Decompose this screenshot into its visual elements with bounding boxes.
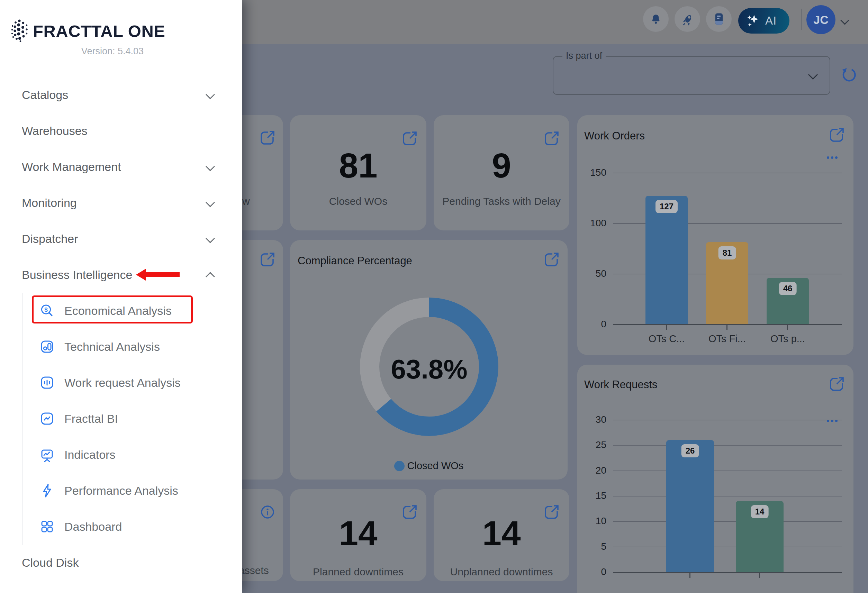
sidebar-item-dashboard[interactable]: Dashboard	[0, 518, 242, 535]
performance-analysis-icon	[40, 483, 55, 498]
notifications-button[interactable]	[643, 6, 669, 32]
x-tick	[759, 573, 760, 578]
chevron-down-icon	[205, 162, 215, 171]
bar-value-label: 81	[719, 246, 736, 260]
unplanned-downtimes-label: Unplanned downtimes	[434, 566, 569, 578]
gridline	[613, 496, 842, 497]
compliance-percentage-value: 63.8%	[325, 354, 533, 385]
bar-value-label: 127	[655, 200, 678, 213]
sidebar-item-fracttal-bi[interactable]: Fracttal BI	[0, 410, 242, 427]
y-tick-label: 0	[586, 318, 606, 330]
dashboard-icon	[40, 519, 55, 534]
pending-tasks-value: 9	[434, 146, 569, 186]
y-tick-label: 25	[586, 439, 606, 451]
sidebar-item-catalogs[interactable]: Catalogs	[0, 87, 242, 103]
open-in-new-icon[interactable]	[402, 130, 418, 147]
sidebar-item-performance-analysis[interactable]: Performance Analysis	[0, 482, 242, 499]
sidebar-item-technical-analysis[interactable]: Technical Analysis	[0, 338, 242, 355]
y-tick-label: 10	[586, 515, 606, 527]
y-tick-label: 15	[586, 490, 606, 502]
planned-downtimes-label: Planned downtimes	[290, 566, 427, 578]
sparkles-icon	[745, 13, 761, 29]
partial-label-fragment: w	[242, 195, 250, 207]
y-tick-label: 150	[586, 167, 606, 178]
sidebar-item-label: Technical Analysis	[64, 338, 160, 355]
more-options-icon[interactable]	[825, 417, 837, 423]
sidebar-item-cloud-disk[interactable]: Cloud Disk	[0, 554, 242, 571]
open-in-new-icon[interactable]	[259, 251, 276, 268]
y-tick-label: 20	[586, 465, 606, 476]
open-in-new-icon[interactable]	[543, 130, 560, 147]
sidebar-item-label: Dashboard	[64, 518, 122, 535]
closed-wos-label: Closed WOs	[290, 195, 427, 207]
open-in-new-icon[interactable]	[828, 127, 845, 143]
sidebar-item-label: Dispatcher	[22, 230, 78, 247]
gridline	[613, 547, 842, 547]
work-request-analysis-icon	[40, 375, 55, 390]
open-in-new-icon[interactable]	[543, 251, 560, 268]
legend-label: Closed WOs	[407, 460, 464, 472]
work-orders-title: Work Orders	[584, 130, 645, 142]
chevron-up-icon	[205, 272, 215, 281]
sidebar-item-label: Catalogs	[22, 87, 68, 103]
chevron-down-icon	[205, 234, 215, 243]
navigation-drawer: FRACTTAL ONE Version: 5.4.03 Catalogs Wa…	[0, 0, 242, 593]
more-options-icon[interactable]	[825, 154, 837, 160]
x-tick	[666, 325, 667, 330]
partial-label-fragment: assets	[239, 565, 269, 577]
account-menu-chevron-icon[interactable]	[840, 16, 849, 25]
legend-dot-icon	[394, 461, 404, 471]
bar-value-label: 14	[751, 505, 769, 518]
work-orders-card: Work Orders 150 100 50 0 127 81 46 OTs C…	[577, 115, 853, 355]
bar-ots-pending: 46	[766, 278, 809, 324]
unplanned-downtimes-value: 14	[434, 513, 569, 553]
y-tick-label: 5	[586, 541, 606, 553]
closed-wos-card: 81 Closed WOs	[290, 115, 427, 230]
gridline	[613, 521, 842, 522]
open-in-new-icon[interactable]	[259, 130, 276, 146]
is-part-of-select[interactable]	[553, 56, 830, 95]
ai-assistant-button[interactable]: AI	[738, 8, 790, 34]
sidebar-item-business-intelligence[interactable]: Business Intelligence	[0, 266, 242, 283]
sidebar-item-label: Monitoring	[22, 195, 77, 211]
sidebar-item-label: Cloud Disk	[22, 554, 78, 571]
x-category-label: OTs Fi...	[700, 333, 755, 345]
refresh-history-button[interactable]	[840, 65, 858, 84]
bar-value-label: 26	[682, 444, 699, 457]
donut-legend: Closed WOs	[290, 460, 568, 472]
bell-icon	[648, 12, 663, 27]
bar-ots-closed: 127	[645, 196, 688, 324]
closed-wos-value: 81	[290, 146, 427, 186]
work-requests-card: Work Requests 30 25 20 15 10 5 0 26 14	[577, 365, 853, 593]
sidebar-item-indicators[interactable]: Indicators	[0, 446, 242, 463]
whats-new-button[interactable]	[675, 6, 700, 32]
version-label: Version: 5.4.03	[0, 46, 144, 57]
work-requests-title: Work Requests	[584, 379, 657, 391]
y-tick-label: 0	[586, 566, 606, 578]
annotation-arrow-shaft	[145, 272, 180, 277]
y-tick-label: 100	[586, 217, 606, 229]
bar-value-label: 46	[779, 282, 797, 295]
sidebar-item-label: Work Management	[22, 158, 121, 175]
sidebar-item-label: Business Intelligence	[22, 266, 132, 283]
gridline	[613, 445, 842, 445]
x-tick	[787, 325, 788, 330]
sidebar-item-work-request-analysis[interactable]: Work request Analysis	[0, 374, 242, 391]
sidebar-item-dispatcher[interactable]: Dispatcher	[0, 230, 242, 247]
planned-downtimes-value: 14	[290, 513, 427, 553]
documentation-button[interactable]	[706, 6, 732, 32]
rocket-icon	[679, 11, 695, 27]
indicators-icon	[40, 447, 55, 462]
sidebar-item-work-management[interactable]: Work Management	[0, 158, 242, 175]
gridline	[613, 471, 842, 471]
sidebar-item-label: Fracttal BI	[64, 410, 118, 427]
sidebar-item-monitoring[interactable]: Monitoring	[0, 195, 242, 211]
sidebar-item-label: Work request Analysis	[64, 374, 181, 391]
pending-tasks-card: 9 Pending Tasks with Delay	[434, 115, 569, 230]
info-icon[interactable]	[259, 504, 276, 520]
user-avatar[interactable]: JC	[806, 5, 836, 34]
select-chevron-down-icon	[808, 70, 818, 80]
compliance-title: Compliance Percentage	[298, 255, 412, 267]
sidebar-item-warehouses[interactable]: Warehouses	[0, 122, 242, 139]
open-in-new-icon[interactable]	[828, 376, 845, 392]
